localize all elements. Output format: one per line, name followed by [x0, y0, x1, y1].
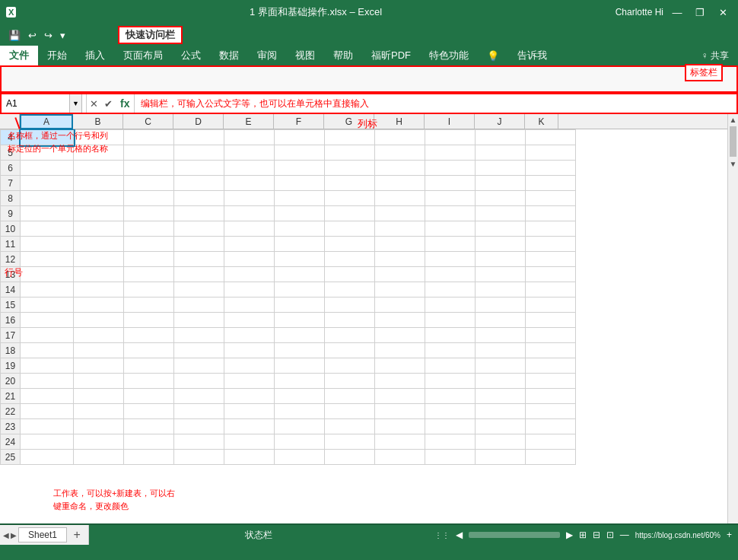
cell[interactable] [425, 176, 476, 191]
cell[interactable] [476, 298, 526, 313]
cell[interactable] [21, 313, 74, 328]
cell[interactable] [124, 450, 174, 465]
cell[interactable] [375, 206, 425, 221]
zoom-minus[interactable]: — [620, 530, 629, 540]
cell[interactable] [74, 389, 124, 404]
cell[interactable] [425, 282, 476, 298]
tab-data[interactable]: 数据 [210, 46, 248, 65]
cell[interactable] [174, 130, 224, 145]
cell[interactable] [74, 358, 124, 374]
tab-file[interactable]: 文件 [0, 46, 38, 65]
cell[interactable] [74, 419, 124, 434]
cell[interactable] [526, 374, 576, 389]
cell[interactable] [375, 130, 425, 145]
cell[interactable] [375, 282, 425, 298]
cell[interactable] [375, 298, 425, 313]
cell[interactable] [375, 267, 425, 282]
cell[interactable] [124, 358, 174, 374]
cell[interactable] [124, 374, 174, 389]
cell[interactable] [21, 221, 74, 237]
add-sheet-button[interactable]: + [68, 527, 85, 542]
cell[interactable] [375, 191, 425, 206]
cell[interactable] [74, 374, 124, 389]
cell[interactable] [526, 313, 576, 328]
cell[interactable] [425, 434, 476, 450]
cell[interactable] [476, 176, 526, 191]
cell[interactable] [526, 221, 576, 237]
restore-button[interactable]: ❐ [691, 3, 709, 21]
cell[interactable] [224, 434, 275, 450]
cell[interactable] [275, 450, 325, 465]
cell[interactable] [425, 267, 476, 282]
cell[interactable] [74, 145, 124, 161]
close-button[interactable]: ✕ [714, 3, 732, 21]
cell[interactable] [174, 206, 224, 221]
cell[interactable] [375, 404, 425, 419]
cell[interactable] [425, 358, 476, 374]
cell[interactable] [325, 237, 375, 252]
cell[interactable] [425, 450, 476, 465]
cell[interactable] [124, 313, 174, 328]
name-box-dropdown[interactable]: ▼ [70, 94, 82, 113]
cell[interactable] [425, 313, 476, 328]
cell[interactable] [74, 267, 124, 282]
cell[interactable] [325, 221, 375, 237]
cell[interactable] [224, 358, 275, 374]
cell[interactable] [275, 252, 325, 267]
cell[interactable] [275, 221, 325, 237]
col-header-a[interactable]: A [20, 114, 73, 129]
cell[interactable] [275, 389, 325, 404]
cell[interactable] [21, 252, 74, 267]
cell[interactable] [124, 419, 174, 434]
cell[interactable] [21, 358, 74, 374]
cell[interactable] [526, 358, 576, 374]
cell[interactable] [476, 313, 526, 328]
cell[interactable] [325, 374, 375, 389]
cell[interactable] [275, 404, 325, 419]
formula-confirm-icon[interactable]: ✔ [101, 98, 116, 110]
cell[interactable] [425, 161, 476, 176]
cell[interactable] [476, 252, 526, 267]
cell[interactable] [325, 298, 375, 313]
cell[interactable] [224, 282, 275, 298]
cell[interactable] [476, 404, 526, 419]
cell[interactable] [375, 374, 425, 389]
col-header-b[interactable]: B [73, 114, 123, 129]
cell[interactable] [174, 343, 224, 358]
cell[interactable] [526, 389, 576, 404]
cell[interactable] [275, 298, 325, 313]
tab-bulb[interactable]: 💡 [478, 46, 508, 65]
cell[interactable] [425, 145, 476, 161]
cell[interactable] [275, 419, 325, 434]
cell[interactable] [275, 313, 325, 328]
sheet-tab-1[interactable]: Sheet1 [18, 527, 67, 542]
cell[interactable] [124, 328, 174, 343]
cell[interactable] [425, 343, 476, 358]
cell[interactable] [224, 343, 275, 358]
cell[interactable] [74, 282, 124, 298]
cell[interactable] [124, 161, 174, 176]
cell[interactable] [174, 161, 224, 176]
tab-special[interactable]: 特色功能 [420, 46, 478, 65]
cell[interactable] [224, 176, 275, 191]
cell[interactable] [124, 282, 174, 298]
cell[interactable] [476, 358, 526, 374]
cell[interactable] [74, 176, 124, 191]
cell[interactable] [325, 434, 375, 450]
cell[interactable] [275, 206, 325, 221]
cell[interactable] [526, 298, 576, 313]
page-layout-icon[interactable]: ⊟ [593, 530, 600, 540]
redo-icon[interactable]: ↪ [42, 28, 55, 43]
cell[interactable] [275, 434, 325, 450]
tab-review[interactable]: 审阅 [248, 46, 286, 65]
cell[interactable] [375, 313, 425, 328]
cell[interactable] [325, 267, 375, 282]
cell[interactable] [174, 252, 224, 267]
formula-input[interactable]: 编辑栏，可输入公式文字等，也可以在单元格中直接输入 [135, 97, 736, 110]
cell[interactable] [375, 161, 425, 176]
cell[interactable] [425, 374, 476, 389]
cell[interactable] [325, 404, 375, 419]
cell[interactable] [21, 434, 74, 450]
minimize-button[interactable]: — [668, 3, 686, 21]
cell[interactable] [476, 145, 526, 161]
